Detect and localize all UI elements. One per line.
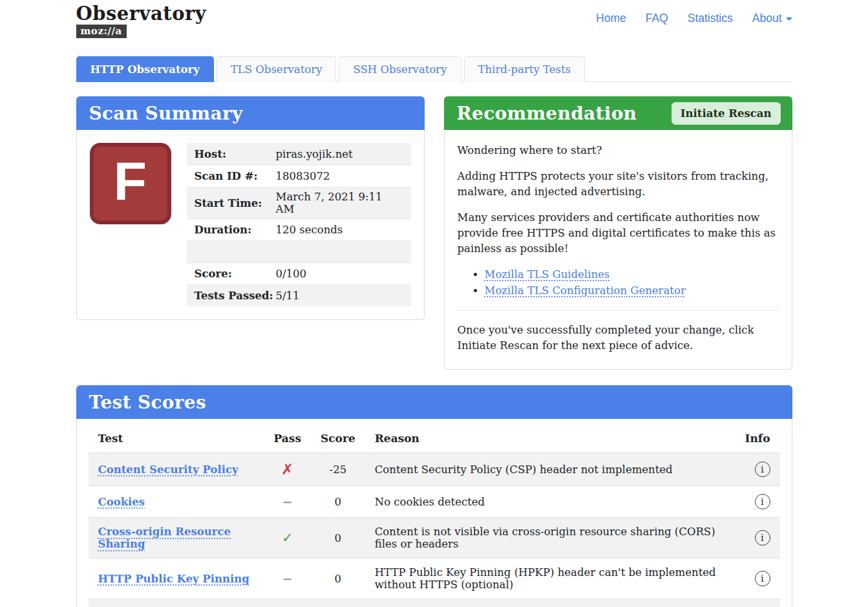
fail-x-icon: ✗: [281, 461, 293, 478]
score-value: 0: [311, 559, 365, 599]
test-link-http-public-key-pinning[interactable]: HTTP Public Key Pinning: [98, 573, 249, 585]
initiate-rescan-button[interactable]: Initiate Rescan: [672, 102, 781, 125]
list-item: Mozilla TLS Guidelines: [485, 267, 779, 283]
recommendation-paragraph: Adding HTTPS protects your site's visito…: [458, 169, 779, 200]
column-header-info: Info: [734, 424, 780, 453]
summary-label: [195, 246, 276, 258]
dropdown-caret-icon: [786, 17, 792, 21]
tls-config-generator-link[interactable]: Mozilla TLS Configuration Generator: [485, 284, 686, 297]
summary-value: 0/100: [276, 268, 403, 280]
info-icon[interactable]: i: [755, 571, 770, 586]
observatory-tabs: HTTP ObservatoryTLS ObservatorySSH Obser…: [76, 56, 792, 82]
recommendation-links: Mozilla TLS Guidelines Mozilla TLS Confi…: [458, 267, 779, 299]
grade-badge: F: [90, 143, 171, 224]
info-icon[interactable]: i: [755, 494, 770, 509]
divider: [458, 310, 779, 311]
test-scores-header: Test Scores: [76, 385, 792, 419]
summary-label: Duration:: [195, 224, 276, 236]
nav-link-about[interactable]: About: [752, 12, 792, 25]
neutral-dash-icon: −: [282, 571, 293, 586]
summary-label: Scan ID #:: [195, 170, 276, 182]
summary-value: March 7, 2021 9:11 AM: [276, 191, 403, 215]
summary-row-empty: [187, 240, 411, 262]
score-value: -20: [311, 599, 365, 607]
mozilla-wordmark: moz://a: [76, 25, 127, 38]
neutral-dash-icon: −: [282, 495, 293, 509]
reason-text: No cookies detected: [365, 486, 734, 518]
page-container: Observatory moz://a HomeFAQStatisticsAbo…: [76, 0, 792, 607]
recommendation-title: Recommendation: [457, 103, 637, 124]
score-value: 0: [311, 486, 365, 518]
reason-text: Content Security Policy (CSP) header not…: [365, 453, 734, 486]
tab-http-observatory[interactable]: HTTP Observatory: [76, 56, 214, 82]
score-value: -25: [311, 453, 365, 486]
logo[interactable]: Observatory moz://a: [76, 4, 207, 38]
test-scores-body: Test Pass Score Reason Info Content Secu…: [76, 419, 792, 607]
test-link-cookies[interactable]: Cookies: [98, 496, 145, 508]
recommendation-header: Recommendation Initiate Rescan: [444, 96, 792, 130]
recommendation-paragraph: Wondering where to start?: [458, 143, 779, 158]
scan-summary-title: Scan Summary: [89, 103, 243, 124]
column-header-pass: Pass: [264, 424, 311, 453]
tab-ssh-observatory[interactable]: SSH Observatory: [339, 56, 461, 82]
tls-guidelines-link[interactable]: Mozilla TLS Guidelines: [485, 268, 610, 281]
summary-value: 5/11: [276, 290, 403, 302]
reason-text: HTTP Public Key Pinning (HPKP) header ca…: [365, 559, 734, 599]
reason-text: HTTP Strict Transport Security (HSTS) he…: [365, 599, 734, 607]
tab-tls-observatory[interactable]: TLS Observatory: [217, 56, 337, 82]
summary-label: Tests Passed:: [195, 290, 276, 302]
summary-row: Scan Summary F Host:piras.yojik.netScan …: [76, 96, 792, 370]
test-scores-rows: Content Security Policy✗-25Content Secur…: [89, 453, 780, 607]
recommendation-paragraph: Many services providers and certificate …: [458, 210, 779, 257]
test-scores-title: Test Scores: [89, 392, 206, 413]
tab-third-party-tests[interactable]: Third-party Tests: [464, 56, 585, 82]
list-item: Mozilla TLS Configuration Generator: [485, 283, 779, 299]
summary-row-tests-passed: Tests Passed:5/11: [187, 284, 411, 306]
column-header-score: Score: [311, 424, 365, 453]
info-icon[interactable]: i: [755, 530, 770, 546]
test-link-content-security-policy[interactable]: Content Security Policy: [98, 463, 238, 476]
test-link-cross-origin-resource-sharing[interactable]: Cross-origin Resource Sharing: [98, 526, 231, 550]
summary-value: piras.yojik.net: [276, 148, 403, 160]
table-header-row: Test Pass Score Reason Info: [89, 424, 780, 453]
summary-row-start-time: Start Time:March 7, 2021 9:11 AM: [187, 187, 411, 218]
summary-row-scan-id: Scan ID #:18083072: [187, 165, 411, 187]
nav-link-statistics[interactable]: Statistics: [688, 12, 733, 25]
test-row-cross-origin-resource-sharing: Cross-origin Resource Sharing✓0Content i…: [89, 518, 780, 559]
summary-value: 120 seconds: [276, 224, 403, 236]
summary-row-duration: Duration:120 seconds: [187, 218, 411, 240]
column-header-test: Test: [89, 424, 264, 453]
test-row-http-public-key-pinning: HTTP Public Key Pinning−0HTTP Public Key…: [89, 559, 780, 599]
summary-label: Host:: [195, 148, 276, 160]
test-row-http-strict-transport-security: HTTP Strict Transport Security✗-20HTTP S…: [89, 599, 780, 607]
recommendation-card: Recommendation Initiate Rescan Wondering…: [444, 96, 792, 370]
scan-summary-card: Scan Summary F Host:piras.yojik.netScan …: [76, 96, 425, 320]
test-row-cookies: Cookies−0No cookies detectedi: [89, 486, 780, 518]
scan-summary-table: Host:piras.yojik.netScan ID #:18083072St…: [187, 143, 411, 306]
summary-label: Score:: [195, 268, 276, 280]
summary-label: Start Time:: [195, 197, 276, 209]
summary-value: 18083072: [276, 170, 403, 182]
scan-summary-body: F Host:piras.yojik.netScan ID #:18083072…: [76, 130, 425, 320]
logo-title: Observatory: [76, 4, 207, 23]
pass-check-icon: ✓: [282, 530, 293, 546]
test-row-content-security-policy: Content Security Policy✗-25Content Secur…: [89, 453, 780, 486]
summary-row-score: Score:0/100: [187, 262, 411, 284]
grade-letter: F: [114, 154, 147, 208]
summary-row-host: Host:piras.yojik.net: [187, 143, 411, 165]
score-value: 0: [311, 518, 365, 559]
recommendation-footer-text: Once you've successfully completed your …: [458, 323, 779, 354]
site-header: Observatory moz://a HomeFAQStatisticsAbo…: [76, 0, 792, 38]
nav-link-home[interactable]: Home: [596, 12, 626, 25]
column-header-reason: Reason: [365, 424, 734, 453]
reason-text: Content is not visible via cross-origin …: [365, 518, 734, 559]
summary-value: [276, 246, 403, 258]
recommendation-body: Wondering where to start? Adding HTTPS p…: [444, 130, 792, 370]
nav-link-faq[interactable]: FAQ: [646, 12, 668, 25]
test-scores-card: Test Scores Test Pass Score Reason Info …: [76, 385, 792, 607]
main-nav: HomeFAQStatisticsAbout: [596, 12, 792, 25]
info-icon[interactable]: i: [755, 462, 770, 477]
test-scores-table: Test Pass Score Reason Info Content Secu…: [89, 424, 780, 607]
scan-summary-header: Scan Summary: [76, 96, 425, 130]
